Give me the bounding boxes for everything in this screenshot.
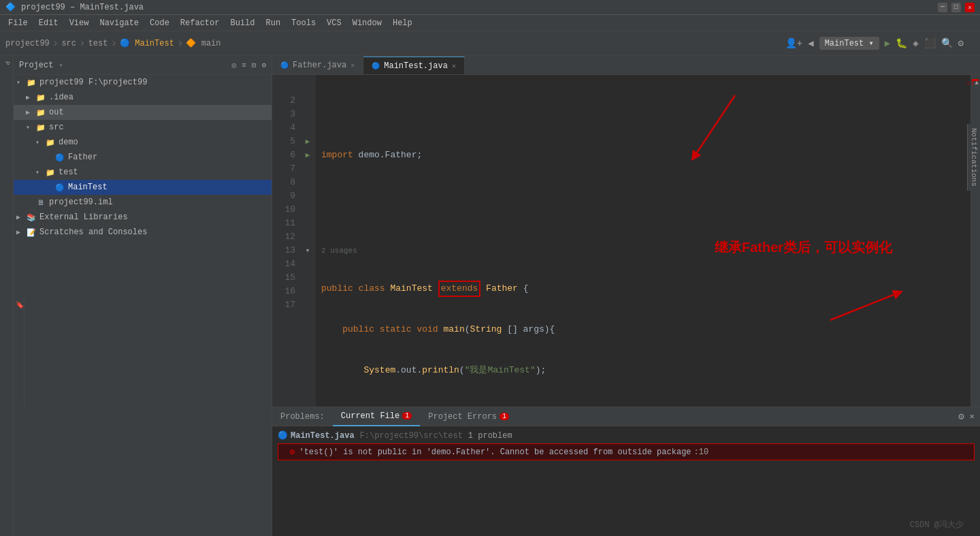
menu-tools[interactable]: Tools — [286, 17, 321, 29]
tree-item-extlibs[interactable]: ▶ 📚 External Libraries — [14, 210, 272, 225]
window-title: project99 – MainTest.java — [21, 3, 144, 12]
menu-run[interactable]: Run — [260, 17, 286, 29]
menu-bar: File Edit View Navigate Code Refactor Bu… — [0, 15, 980, 31]
breadcrumb-class[interactable]: 🔵 MainTest — [120, 38, 174, 48]
problem-file-row[interactable]: 🔵 MainTest.java F:\project99\src\test 1 … — [278, 429, 975, 442]
tree-item-iml[interactable]: 🗎 project99.iml — [14, 195, 272, 210]
run-gutter-5[interactable]: ▶ — [299, 135, 316, 148]
breadcrumb-project[interactable]: project99 — [5, 39, 50, 48]
error-circle-icon: ⊗ — [289, 446, 295, 458]
menu-vcs[interactable]: VCS — [321, 17, 347, 29]
error-count: ⚠1 ▲ — [966, 79, 979, 86]
project-icon[interactable]: P — [3, 61, 10, 65]
run-gutter-6[interactable]: ▶ — [299, 148, 316, 162]
tree-item-idea[interactable]: ▶ 📁 .idea — [14, 90, 272, 105]
bottom-content: 🔵 MainTest.java F:\project99\src\test 1 … — [272, 426, 980, 536]
tree-item-demo[interactable]: ▾ 📁 demo — [14, 135, 272, 150]
bottom-settings-icon[interactable]: ⚙ — [958, 411, 964, 422]
maximize-button[interactable]: □ — [951, 3, 961, 12]
breadcrumb-sep2: › — [79, 37, 86, 50]
bottom-tab-bar: Problems: Current File 1 Project Errors … — [272, 407, 980, 426]
left-side-icons: P — [0, 56, 14, 536]
tab-maintest[interactable]: 🔵 MainTest.java ✕ — [363, 57, 465, 74]
sidebar-locate-icon[interactable]: ◎ — [232, 61, 237, 69]
breadcrumb-sep1: › — [52, 37, 59, 50]
close-button[interactable]: ✕ — [965, 3, 975, 12]
current-file-badge: 1 — [402, 412, 412, 420]
usages-hint: 2 usages — [321, 244, 970, 255]
notifications-tab[interactable]: Notifications — [967, 124, 980, 191]
settings-button[interactable]: ⚙ — [958, 37, 964, 49]
title-bar: 🔷 project99 – MainTest.java ─ □ ✕ — [0, 0, 980, 15]
sidebar-filter-icon[interactable]: ⊟ — [252, 61, 257, 69]
tree-item-out[interactable]: ▶ 📁 out — [14, 105, 272, 120]
search-button[interactable]: 🔍 — [941, 37, 953, 49]
run-config[interactable]: MainTest ▾ — [819, 37, 879, 50]
tab-father-label: Father.java — [293, 61, 346, 70]
breadcrumb-test[interactable]: test — [88, 39, 108, 48]
tab-father-close[interactable]: ✕ — [350, 61, 355, 69]
tree-item-src[interactable]: ▾ 📁 src — [14, 120, 272, 135]
menu-refactor[interactable]: Refactor — [175, 17, 225, 29]
project-errors-badge: 1 — [500, 413, 509, 420]
code-gutter: ▶ ▶ ▾ — [299, 75, 316, 407]
problem-file-path: F:\project99\src\test — [360, 431, 463, 441]
sidebar-title: Project — [19, 61, 53, 70]
minimize-button[interactable]: ─ — [938, 3, 947, 12]
error-message: 'test()' is not public in 'demo.Father'.… — [299, 447, 691, 457]
tab-project-errors[interactable]: Project Errors 1 — [420, 407, 517, 426]
tree-item-scratches[interactable]: ▶ 📝 Scratches and Consoles — [14, 225, 272, 240]
breadcrumb-method[interactable]: 🔶 main — [186, 38, 220, 48]
bottom-close-icon[interactable]: ✕ — [970, 411, 975, 422]
watermark: CSDN @冯大少 — [910, 519, 964, 531]
tree-item-root[interactable]: ▾ 📁 project99 F:\project99 — [14, 75, 272, 90]
run-button[interactable]: ▶ — [885, 37, 890, 49]
line-numbers: 2 3 4 5 6 7 8 9 10 11 12 13 14 15 16 17 — [272, 75, 299, 407]
tree-item-test[interactable]: ▾ 📁 test — [14, 165, 272, 180]
menu-file[interactable]: File — [3, 17, 33, 29]
code-editor-content[interactable]: import demo.Father; 2 usages public clas… — [316, 75, 970, 407]
tree-item-father[interactable]: 🔵 Father — [14, 150, 272, 165]
debug-button[interactable]: 🐛 — [896, 37, 907, 49]
file-java-icon: 🔵 — [278, 430, 288, 441]
window-controls: ─ □ ✕ — [938, 3, 975, 12]
tab-maintest-label: MainTest.java — [384, 61, 448, 71]
coverage-button[interactable]: ◈ — [913, 37, 918, 49]
breadcrumb-sep4: › — [177, 37, 184, 50]
breadcrumb-src[interactable]: src — [61, 39, 76, 48]
sidebar-collapse-icon[interactable]: ≡ — [242, 61, 246, 69]
sidebar-settings-icon[interactable]: ⚙ — [261, 61, 266, 69]
tab-current-file[interactable]: Current File 1 — [333, 407, 420, 426]
error-line: :10 — [694, 447, 709, 457]
menu-edit[interactable]: Edit — [33, 17, 64, 29]
back-icon[interactable]: ◀ — [808, 37, 813, 49]
bookmarks-side-panel: 🔖 — [14, 298, 24, 407]
menu-window[interactable]: Window — [347, 17, 387, 29]
tree-item-maintest[interactable]: 🔵 MainTest — [14, 180, 272, 195]
tab-maintest-close[interactable]: ✕ — [452, 62, 456, 70]
collapse-gutter-13[interactable]: ▾ — [299, 244, 316, 257]
menu-code[interactable]: Code — [144, 17, 175, 29]
app-icon: 🔷 — [5, 2, 16, 12]
git-icon[interactable]: 👤+ — [785, 37, 802, 49]
sidebar-dropdown[interactable]: ▾ — [59, 61, 63, 69]
profile-button[interactable]: ⬛ — [924, 37, 936, 49]
problems-label: Problems: — [272, 412, 333, 422]
breadcrumb-sep3: › — [110, 37, 117, 50]
menu-build[interactable]: Build — [225, 17, 260, 29]
menu-view[interactable]: View — [64, 17, 95, 29]
toolbar: project99 › src › test › 🔵 MainTest › 🔶 … — [0, 31, 980, 56]
bookmarks-icon[interactable]: 🔖 — [15, 300, 22, 309]
menu-navigate[interactable]: Navigate — [94, 17, 144, 29]
bottom-panel: Problems: Current File 1 Project Errors … — [272, 407, 980, 536]
tab-father[interactable]: 🔵 Father.java ✕ — [272, 57, 363, 74]
problem-count: 1 problem — [468, 431, 512, 441]
problem-file-name: MainTest.java — [291, 431, 355, 441]
error-row[interactable]: ⊗ 'test()' is not public in 'demo.Father… — [278, 443, 975, 460]
menu-help[interactable]: Help — [387, 17, 418, 29]
